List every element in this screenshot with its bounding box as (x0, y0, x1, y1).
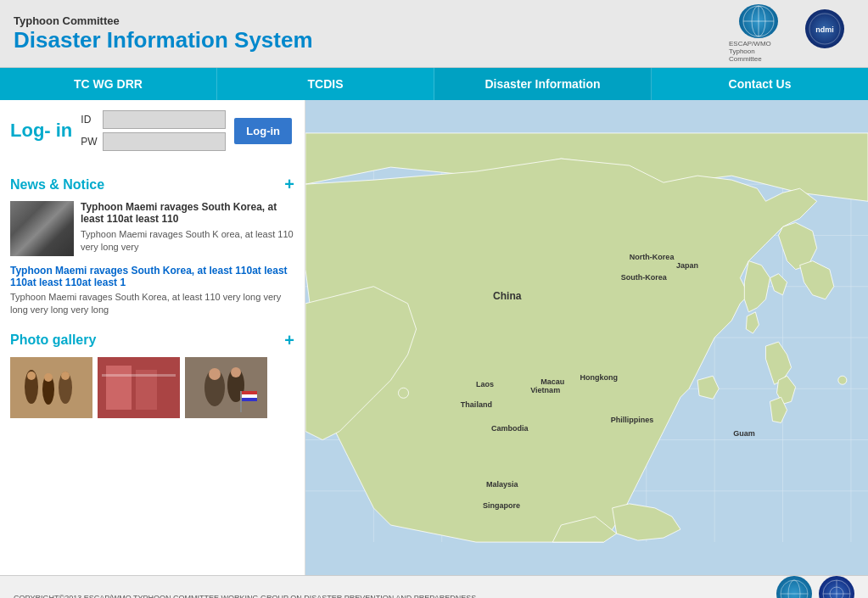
news-section: News & Notice + Typhoon Maemi ravages So… (10, 175, 294, 317)
ndmi-logo-container: ndmi (795, 8, 854, 60)
svg-rect-25 (242, 394, 257, 398)
gallery-section: Photo gallery + (10, 331, 294, 418)
nav-tc-wg-drr[interactable]: TC WG DRR (0, 68, 217, 100)
footer-wmo-container: WMO (819, 576, 854, 599)
escap-logo-label: ESCAP/WMOTyphoon Committee (729, 40, 788, 63)
navigation: TC WG DRR TCDIS Disaster Information Con… (0, 68, 868, 100)
svg-rect-24 (242, 391, 257, 394)
login-pw-input[interactable] (103, 132, 226, 151)
header-branding: Typhoon Committee Disaster Information S… (14, 14, 313, 53)
footer-escap-container: ESCAP (776, 576, 812, 599)
login-label: Log- in (10, 121, 72, 140)
label-north-korea: North-Korea (630, 253, 675, 261)
svg-point-10 (27, 372, 36, 380)
left-panel: Log- in ID PW Log-in News & Notice + (0, 100, 305, 575)
login-pw-label: PW (81, 136, 98, 148)
header: Typhoon Committee Disaster Information S… (0, 0, 868, 68)
label-hongkong: Hongkong (580, 373, 618, 382)
footer-copyright: COPYRIGHT©2013 ESCAP/WMO TYPHOON COMMITT… (14, 594, 476, 599)
login-section: Log- in ID PW Log-in (10, 110, 294, 161)
gallery-thumb-2[interactable] (98, 357, 180, 418)
gallery-add-button[interactable]: + (284, 331, 294, 350)
label-guam: Guam (733, 429, 755, 438)
svg-point-43 (838, 376, 847, 384)
label-south-korea: South-Korea (621, 273, 668, 282)
map-panel: China North-Korea South-Korea Japan Laos… (305, 100, 868, 575)
login-id-input[interactable] (103, 110, 226, 129)
login-fields: ID PW (81, 110, 226, 151)
label-laos: Laos (476, 380, 494, 388)
main-content: Log- in ID PW Log-in News & Notice + (0, 100, 868, 575)
nav-disaster-info[interactable]: Disaster Information (434, 68, 652, 100)
svg-rect-26 (242, 398, 257, 401)
news-add-button[interactable]: + (284, 175, 294, 194)
label-singapore: Singapore (483, 501, 520, 510)
svg-point-11 (44, 373, 53, 382)
ndmi-logo-label (824, 50, 826, 58)
label-malaysia: Malaysia (486, 480, 519, 489)
login-pw-row: PW (81, 132, 226, 151)
footer-logos: ESCAP WMO (776, 576, 854, 599)
news-title: News & Notice (10, 177, 104, 193)
label-vietnam: Vietnam (530, 386, 560, 394)
news-item-featured: Typhoon Maemi ravages South Korea, at le… (10, 201, 294, 256)
gallery-title: Photo gallery (10, 333, 96, 348)
label-macau: Macau (540, 377, 564, 386)
svg-point-45 (781, 580, 808, 599)
footer-wmo-logo (819, 576, 854, 599)
svg-rect-14 (106, 366, 132, 410)
login-button[interactable]: Log-in (234, 118, 292, 144)
header-subtitle: Typhoon Committee (14, 14, 313, 27)
label-cambodia: Cambodia (491, 425, 529, 433)
gallery-thumb-3[interactable] (185, 357, 267, 418)
news-text-excerpt: Typhoon Maemi ravages South Korea, at le… (10, 291, 294, 317)
label-philippines: Phillippines (611, 416, 654, 424)
login-id-label: ID (81, 114, 98, 126)
login-id-row: ID (81, 110, 226, 129)
label-china: China (493, 290, 522, 302)
gallery-thumb-1[interactable] (10, 357, 92, 418)
news-header: News & Notice + (10, 175, 294, 194)
svg-point-12 (61, 372, 70, 380)
svg-text:ndmi: ndmi (815, 25, 834, 34)
svg-point-21 (231, 367, 241, 377)
svg-rect-22 (240, 391, 242, 412)
header-logos: ESCAP/WMOTyphoon Committee ndmi (729, 8, 854, 60)
label-thailand: Thailand (461, 400, 492, 409)
svg-point-44 (398, 388, 408, 398)
svg-rect-16 (102, 374, 176, 377)
gallery-thumbs (10, 357, 294, 418)
ndmi-logo-icon: ndmi (805, 9, 844, 48)
label-japan: Japan (676, 261, 698, 270)
svg-point-20 (209, 368, 221, 380)
map-svg: China North-Korea South-Korea Japan Laos… (305, 100, 868, 575)
nav-contact-us[interactable]: Contact Us (652, 68, 868, 100)
news-text-title[interactable]: Typhoon Maemi ravages South Korea, at le… (10, 265, 294, 288)
header-title: Disaster Information System (14, 27, 313, 53)
escap-logo-icon (739, 4, 778, 38)
gallery-header: Photo gallery + (10, 331, 294, 350)
news-featured-content: Typhoon Maemi ravages South Korea, at le… (81, 201, 294, 256)
svg-rect-17 (185, 357, 267, 418)
news-item-text: Typhoon Maemi ravages South Korea, at le… (10, 265, 294, 317)
news-thumb-image (10, 201, 74, 256)
news-featured-excerpt: Typhoon Maemi ravages South K orea, at l… (81, 228, 294, 254)
escap-logo-container: ESCAP/WMOTyphoon Committee (729, 8, 788, 60)
nav-tcdis[interactable]: TCDIS (217, 68, 434, 100)
svg-point-46 (788, 580, 800, 599)
footer: COPYRIGHT©2013 ESCAP/WMO TYPHOON COMMITT… (0, 575, 868, 598)
footer-escap-logo (776, 576, 812, 599)
news-featured-title[interactable]: Typhoon Maemi ravages South Korea, at le… (81, 201, 294, 225)
